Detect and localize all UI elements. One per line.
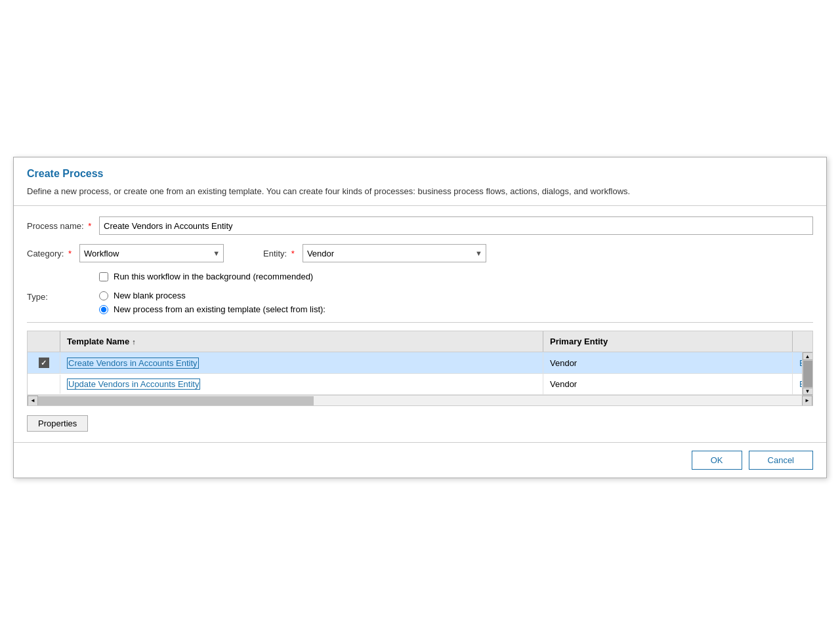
table-outer: ✓ Create Vendors in Accounts Entity Vend… bbox=[28, 352, 812, 395]
dialog-title: Create Process bbox=[27, 168, 813, 180]
checked-icon: ✓ bbox=[39, 358, 49, 368]
col-extra-header bbox=[793, 331, 812, 352]
required-star-category: * bbox=[68, 249, 72, 258]
dialog-body: Process name: * Category: * Workflow Act… bbox=[14, 206, 826, 442]
type-label: Type: bbox=[27, 292, 99, 302]
process-name-input[interactable] bbox=[99, 216, 813, 235]
radio-new-blank-input[interactable] bbox=[99, 291, 108, 300]
scrollbar-right-btn[interactable]: ► bbox=[802, 396, 812, 406]
cell-entity-1: Vendor bbox=[543, 353, 793, 373]
dialog-footer: OK Cancel bbox=[14, 442, 826, 478]
col-check-header bbox=[28, 331, 60, 352]
template-name-link-2[interactable]: Update Vendors in Accounts Entity bbox=[67, 379, 200, 390]
col-name-header[interactable]: Template Name ↑ bbox=[60, 331, 543, 352]
scrollbar-down-btn[interactable]: ▼ bbox=[803, 388, 813, 396]
entity-select-wrapper: Vendor Account Contact ▼ bbox=[303, 244, 486, 262]
entity-group: Entity: * Vendor Account Contact ▼ bbox=[263, 244, 486, 262]
cancel-button[interactable]: Cancel bbox=[749, 451, 813, 470]
templates-table: Template Name ↑ Primary Entity ✓ bbox=[27, 331, 813, 406]
table-header: Template Name ↑ Primary Entity bbox=[28, 331, 812, 352]
radio-from-template: New process from an existing template (s… bbox=[99, 304, 326, 314]
radio-from-template-input[interactable] bbox=[99, 305, 108, 314]
create-process-dialog: Create Process Define a new process, or … bbox=[13, 157, 827, 479]
category-group: Category: * Workflow Action Dialog Busin… bbox=[27, 244, 224, 262]
radio-from-template-label: New process from an existing template (s… bbox=[114, 304, 326, 314]
cell-name-1[interactable]: Create Vendors in Accounts Entity bbox=[60, 353, 543, 373]
category-label: Category: * bbox=[27, 249, 72, 258]
dialog-description: Define a new process, or create one from… bbox=[27, 185, 813, 198]
ok-button[interactable]: OK bbox=[692, 451, 742, 470]
properties-button[interactable]: Properties bbox=[27, 415, 88, 432]
vertical-scrollbar[interactable]: ▲ ▼ bbox=[802, 352, 812, 395]
table-row[interactable]: Update Vendors in Accounts Entity Vendor… bbox=[28, 374, 812, 395]
scrollbar-track bbox=[803, 360, 812, 388]
process-name-row: Process name: * bbox=[27, 216, 813, 235]
dialog-header: Create Process Define a new process, or … bbox=[14, 157, 826, 207]
horiz-scroll-track bbox=[38, 396, 802, 405]
process-name-label: Process name: * bbox=[27, 221, 99, 231]
cell-entity-2: Vendor bbox=[543, 374, 793, 394]
background-workflow-row: Run this workflow in the background (rec… bbox=[99, 272, 813, 281]
entity-select[interactable]: Vendor Account Contact bbox=[303, 244, 486, 262]
scrollbar-left-btn[interactable]: ◄ bbox=[28, 396, 38, 406]
cell-checkbox-2[interactable] bbox=[28, 375, 60, 394]
category-select-wrapper: Workflow Action Dialog Business Process … bbox=[79, 244, 224, 262]
background-workflow-label: Run this workflow in the background (rec… bbox=[114, 272, 313, 281]
required-star-name: * bbox=[88, 221, 91, 231]
cell-name-2[interactable]: Update Vendors in Accounts Entity bbox=[60, 374, 543, 394]
required-star-entity: * bbox=[291, 249, 295, 258]
table-row[interactable]: ✓ Create Vendors in Accounts Entity Vend… bbox=[28, 352, 812, 374]
radio-new-blank-label: New blank process bbox=[114, 291, 186, 300]
type-row: Type: New blank process New process from… bbox=[27, 291, 813, 314]
horiz-scroll-thumb[interactable] bbox=[38, 396, 314, 405]
background-workflow-checkbox[interactable] bbox=[99, 272, 108, 281]
radio-new-blank: New blank process bbox=[99, 291, 326, 300]
cell-checkbox-1[interactable]: ✓ bbox=[28, 352, 60, 373]
sort-arrow-icon: ↑ bbox=[132, 338, 136, 346]
category-entity-row: Category: * Workflow Action Dialog Busin… bbox=[27, 244, 813, 262]
section-divider bbox=[27, 322, 813, 323]
table-rows-container: ✓ Create Vendors in Accounts Entity Vend… bbox=[28, 352, 812, 395]
type-radio-group: New blank process New process from an ex… bbox=[99, 291, 326, 314]
scrollbar-up-btn[interactable]: ▲ bbox=[803, 352, 813, 360]
category-select[interactable]: Workflow Action Dialog Business Process … bbox=[79, 244, 224, 262]
col-entity-header[interactable]: Primary Entity bbox=[543, 331, 793, 352]
scrollbar-thumb[interactable] bbox=[803, 361, 812, 387]
template-name-link-1[interactable]: Create Vendors in Accounts Entity bbox=[67, 358, 199, 369]
entity-label: Entity: * bbox=[263, 249, 295, 258]
horizontal-scrollbar[interactable]: ◄ ► bbox=[28, 395, 812, 405]
